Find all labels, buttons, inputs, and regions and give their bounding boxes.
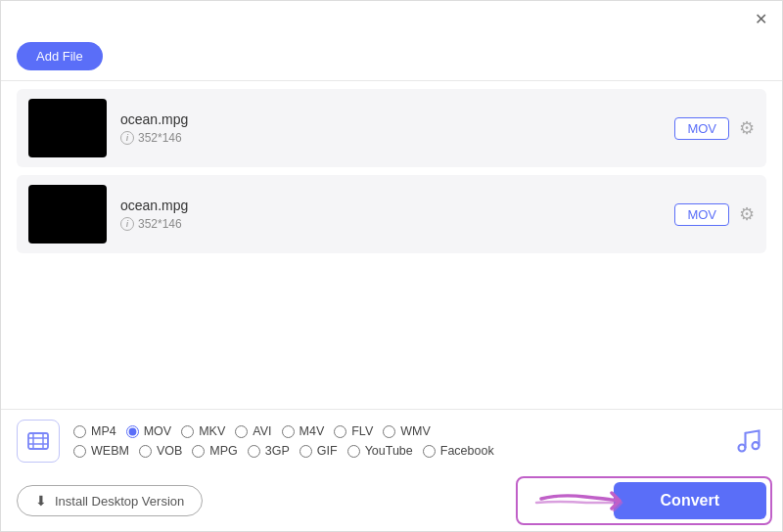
format-m4v[interactable]: M4V — [282, 424, 325, 438]
file-thumbnail — [28, 185, 107, 244]
file-meta: i 352*146 — [120, 131, 674, 145]
gear-icon-2[interactable]: ⚙ — [739, 203, 755, 225]
title-bar: ✕ — [1, 1, 782, 36]
format-facebook[interactable]: Facebook — [423, 444, 494, 458]
svg-rect-0 — [28, 433, 48, 449]
close-button[interactable]: ✕ — [751, 9, 770, 28]
download-icon: ⬇ — [35, 493, 47, 509]
info-icon: i — [120, 131, 134, 145]
file-name: ocean.mpg — [120, 111, 674, 127]
file-actions: MOV ⚙ — [674, 117, 755, 140]
format-mkv[interactable]: MKV — [181, 424, 225, 438]
convert-wrapper: Convert — [614, 482, 766, 519]
format-badge-2[interactable]: MOV — [674, 203, 729, 226]
format-youtube[interactable]: YouTube — [347, 444, 413, 458]
file-item: ocean.mpg i 352*146 MOV ⚙ — [17, 175, 766, 253]
format-webm[interactable]: WEBM — [73, 444, 129, 458]
info-icon-2: i — [120, 217, 134, 231]
format-mov[interactable]: MOV — [126, 424, 171, 438]
action-bar: ⬇ Install Desktop Version Convert — [1, 472, 782, 532]
install-label: Install Desktop Version — [55, 494, 184, 509]
file-meta-2: i 352*146 — [120, 217, 674, 231]
format-gif[interactable]: GIF — [299, 444, 338, 458]
file-item: ocean.mpg i 352*146 MOV ⚙ — [17, 89, 766, 167]
file-thumbnail — [28, 99, 107, 157]
file-name-2: ocean.mpg — [120, 198, 674, 213]
format-vob[interactable]: VOB — [139, 444, 182, 458]
format-mpg[interactable]: MPG — [192, 444, 237, 458]
format-avi[interactable]: AVI — [235, 424, 271, 438]
format-3gp[interactable]: 3GP — [248, 444, 290, 458]
format-flv[interactable]: FLV — [334, 424, 373, 438]
add-file-button[interactable]: Add File — [17, 42, 103, 70]
top-bar: Add File — [1, 36, 782, 81]
arrow-annotation — [531, 479, 639, 522]
film-icon — [26, 429, 50, 453]
file-dimensions-2: 352*146 — [138, 217, 182, 231]
format-selector: MP4 MOV MKV AVI M4V FLV — [17, 420, 766, 463]
music-icon[interactable] — [731, 423, 766, 459]
install-button[interactable]: ⬇ Install Desktop Version — [17, 485, 203, 516]
bottom-panel: MP4 MOV MKV AVI M4V FLV — [1, 409, 782, 472]
video-format-icon — [17, 420, 60, 463]
format-wmv[interactable]: WMV — [383, 424, 431, 438]
file-info: ocean.mpg i 352*146 — [107, 111, 674, 145]
file-info: ocean.mpg i 352*146 — [107, 198, 674, 231]
file-actions-2: MOV ⚙ — [674, 203, 755, 226]
format-badge-1[interactable]: MOV — [674, 117, 729, 140]
file-dimensions: 352*146 — [138, 131, 182, 145]
gear-icon-1[interactable]: ⚙ — [739, 117, 755, 139]
format-mp4[interactable]: MP4 — [73, 424, 116, 438]
svg-point-5 — [739, 445, 746, 452]
svg-point-6 — [753, 442, 760, 449]
file-list: ocean.mpg i 352*146 MOV ⚙ ocean.mpg i 35… — [1, 81, 782, 269]
